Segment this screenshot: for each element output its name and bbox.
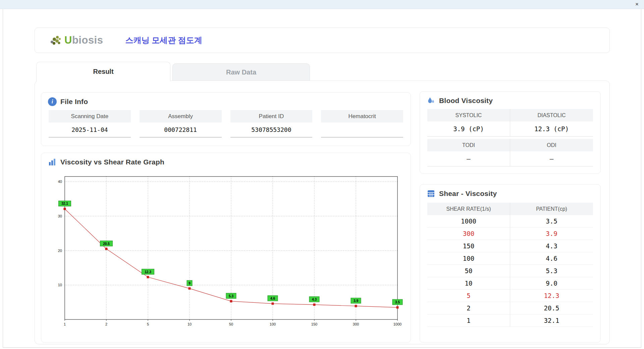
field-patient-id: Patient ID 53078553200: [230, 110, 313, 138]
svg-text:1: 1: [64, 322, 66, 326]
odi-label: ODI: [510, 139, 593, 151]
shear-viscosity-title: Shear - Viscosity: [439, 190, 497, 198]
table-header-row: SHEAR RATE(1/s) PATIENT(cp): [427, 203, 593, 215]
shear-rate-cell: 2: [427, 302, 510, 314]
field-label: Assembly: [140, 110, 222, 122]
viscosity-chart: 125105010015030010001020304032.120.512.3…: [48, 171, 404, 337]
table-icon: [427, 189, 435, 198]
header-card: Ubiosis 스캐닝 모세관 점도계: [35, 28, 610, 53]
file-info-fields: Scanning Date 2025-11-04 Assembly 000722…: [41, 109, 411, 138]
svg-text:4.6: 4.6: [270, 297, 275, 300]
titlebar: ×: [0, 0, 644, 9]
shear-rate-cell: 1000: [427, 215, 510, 228]
shear-viscosity-card: Shear - Viscosity SHEAR RATE(1/s) PATIEN…: [420, 184, 601, 343]
systolic-value: 3.9 (cP): [427, 121, 510, 137]
field-label: Patient ID: [230, 110, 313, 122]
tab-raw-data[interactable]: Raw Data: [172, 63, 310, 81]
field-value: [321, 122, 403, 138]
svg-text:150: 150: [311, 322, 317, 326]
table-row: 150 4.3: [427, 240, 593, 252]
tab-result[interactable]: Result: [36, 62, 170, 81]
svg-text:3.9: 3.9: [354, 299, 358, 303]
patient-cell: 3.9: [510, 228, 593, 240]
table-row: 2 20.5: [427, 302, 593, 314]
todi-label: TODI: [427, 139, 510, 151]
patient-cell: 4.3: [510, 240, 593, 252]
svg-text:9: 9: [189, 282, 191, 285]
shear-rate-cell: 10: [427, 277, 510, 290]
svg-text:5.3: 5.3: [229, 294, 233, 298]
graph-title: Viscosity vs Shear Rate Graph: [60, 158, 164, 166]
shear-rate-cell: 1: [427, 314, 510, 327]
diastolic-value: 12.3 (cP): [510, 121, 593, 137]
app-title: 스캐닝 모세관 점도계: [125, 35, 202, 46]
patient-cell: 12.3: [510, 290, 593, 302]
logo-text-rest: biosis: [72, 34, 103, 46]
field-value: 2025-11-04: [49, 122, 131, 138]
svg-text:50: 50: [229, 322, 233, 326]
table-row: 1000 3.5: [427, 215, 593, 228]
svg-text:12.3: 12.3: [145, 270, 151, 274]
table-row: 10 9.0: [427, 277, 593, 290]
field-assembly: Assembly 000722811: [140, 110, 222, 138]
shear-rate-cell: 150: [427, 240, 510, 252]
column-header-shear-rate: SHEAR RATE(1/s): [427, 203, 510, 215]
svg-text:30: 30: [58, 214, 62, 218]
svg-text:20.5: 20.5: [103, 242, 110, 246]
diastolic-label: DIASTOLIC: [510, 109, 593, 121]
table-row: 300 3.9: [427, 228, 593, 240]
field-label: Scanning Date: [49, 110, 131, 122]
file-info-title: File Info: [60, 98, 88, 106]
svg-text:3.5: 3.5: [395, 300, 400, 304]
field-scanning-date: Scanning Date 2025-11-04: [49, 110, 131, 138]
svg-text:1000: 1000: [393, 322, 401, 326]
patient-cell: 20.5: [510, 302, 593, 314]
table-row: 5 12.3: [427, 290, 593, 302]
svg-text:2: 2: [105, 322, 107, 326]
svg-text:10: 10: [187, 322, 192, 326]
svg-text:32.1: 32.1: [61, 202, 68, 205]
field-value: 53078553200: [230, 122, 313, 138]
logo: Ubiosis: [49, 34, 103, 46]
shear-rate-cell: 5: [427, 290, 510, 302]
field-label: Hematocrit: [321, 110, 403, 122]
viscosity-chart-svg: 125105010015030010001020304032.120.512.3…: [48, 171, 405, 336]
table-row: 1 32.1: [427, 314, 593, 327]
blood-viscosity-card: Blood Viscosity SYSTOLIC DIASTOLIC 3.9 (…: [420, 91, 601, 174]
patient-cell: 5.3: [510, 265, 593, 277]
svg-text:10: 10: [58, 283, 62, 287]
svg-text:40: 40: [58, 180, 62, 184]
logo-leaf-icon: [49, 34, 62, 46]
close-icon[interactable]: ×: [635, 1, 639, 8]
svg-text:4.3: 4.3: [312, 298, 317, 301]
shear-rate-cell: 300: [427, 228, 510, 240]
table-row: 50 5.3: [427, 265, 593, 277]
svg-text:5: 5: [147, 322, 149, 326]
blood-viscosity-systolic-diastolic: SYSTOLIC DIASTOLIC 3.9 (cP) 12.3 (cP): [427, 109, 593, 137]
column-header-patient: PATIENT(cp): [510, 203, 593, 215]
svg-text:100: 100: [270, 322, 276, 326]
svg-text:20: 20: [58, 249, 62, 253]
viscosity-graph-card: Viscosity vs Shear Rate Graph 1251050100…: [41, 153, 411, 343]
svg-text:300: 300: [353, 322, 359, 326]
logo-text: Ubiosis: [64, 34, 103, 46]
patient-cell: 32.1: [510, 314, 593, 327]
blood-viscosity-todi-odi: TODI ODI – –: [427, 139, 593, 166]
info-icon: i: [48, 97, 57, 106]
field-value: 000722811: [140, 122, 222, 138]
shear-viscosity-table: SHEAR RATE(1/s) PATIENT(cp) 1000 3.5 300…: [427, 203, 593, 327]
shear-rate-cell: 50: [427, 265, 510, 277]
systolic-label: SYSTOLIC: [427, 109, 510, 121]
patient-cell: 4.6: [510, 252, 593, 265]
table-row: 100 4.6: [427, 252, 593, 265]
patient-cell: 3.5: [510, 215, 593, 228]
blood-viscosity-title: Blood Viscosity: [439, 97, 493, 105]
todi-value: –: [427, 151, 510, 166]
odi-value: –: [510, 151, 593, 166]
file-info-card: i File Info Scanning Date 2025-11-04 Ass…: [41, 92, 411, 146]
bar-chart-icon: [48, 158, 57, 166]
logo-text-u: U: [64, 34, 72, 46]
shear-rate-cell: 100: [427, 252, 510, 265]
patient-cell: 9.0: [510, 277, 593, 290]
droplet-icon: [427, 96, 435, 105]
